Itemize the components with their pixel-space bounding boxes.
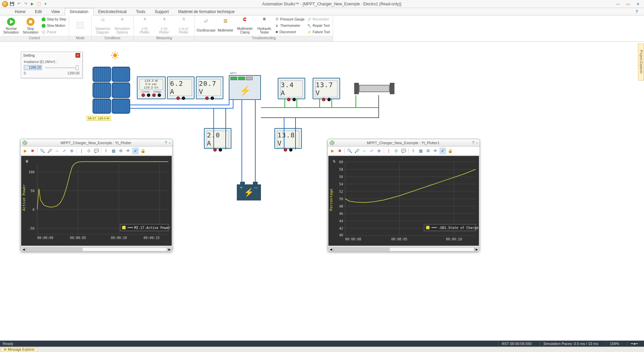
repair-tool-button[interactable]: 🔧Repair Tool — [307, 23, 331, 29]
pressure-gauge-button[interactable]: ⏱Pressure Gauge — [275, 16, 305, 22]
grid-icon[interactable]: ▦ — [417, 148, 424, 154]
voltmeter-2[interactable]: 13.7 V — [313, 78, 340, 99]
multimeter-button[interactable]: 🧮Multimeter — [216, 16, 234, 35]
target-icon[interactable]: ⊕ — [376, 148, 382, 154]
lock-icon[interactable]: 🔒 — [140, 148, 146, 154]
tab-electrotechnical[interactable]: Electrotechnical — [94, 8, 131, 15]
minimize-button[interactable]: — — [613, 1, 623, 7]
yt-plotter-button[interactable]: ⚗y (t) Plotter — [136, 16, 154, 35]
pause-button[interactable]: Pause — [41, 29, 67, 35]
clear-icon[interactable]: ✖ — [29, 148, 36, 154]
reconnect-button[interactable]: 🔗Reconnect — [307, 16, 331, 22]
voltmeter-3[interactable]: 13.8 V — [274, 128, 302, 149]
power-meter[interactable]: 128.3 W 0.0 var 128.3 VA CurrentVoltage — [137, 76, 166, 99]
marker-icon[interactable]: ⊙ — [393, 148, 399, 154]
status-zoom[interactable]: 158% — [606, 342, 623, 346]
help-icon[interactable]: ? — [633, 8, 641, 15]
message-explorer-tab[interactable]: ✉Message Explorer — [1, 347, 38, 352]
tab-tools[interactable]: Tools — [131, 8, 150, 15]
plotter-power-icon[interactable]: ⏻ — [22, 140, 27, 145]
note-icon[interactable]: 💬 — [93, 148, 100, 154]
pan-icon[interactable]: ↔ — [361, 148, 368, 154]
qat-stop-icon[interactable]: ◯ — [36, 1, 42, 7]
qat-save-icon[interactable]: 💾 — [9, 1, 15, 7]
chevron-right-icon[interactable]: › — [169, 140, 170, 145]
normal-simulation-button[interactable]: Normal Simulation — [2, 16, 20, 35]
help-icon[interactable]: ? — [472, 140, 474, 145]
mode-button[interactable] — [71, 16, 89, 35]
check-icon[interactable]: ✔ — [439, 148, 446, 154]
tab-simulation[interactable]: Simulation — [65, 8, 94, 15]
zoom-out-icon[interactable]: 🔎 — [46, 148, 53, 154]
zoom-out-icon[interactable]: 🔎 — [354, 148, 360, 154]
ammeter-1[interactable]: 6.2 A — [167, 76, 195, 99]
failure-tool-button[interactable]: ⚡Failure Tool — [307, 29, 331, 35]
play-icon[interactable]: ▶ — [329, 148, 336, 154]
chevron-right-icon[interactable]: › — [476, 140, 478, 145]
help-icon[interactable]: ? — [165, 140, 167, 145]
yx-plotter-button[interactable]: ⚗y (x) Plotter — [155, 16, 173, 35]
scroll-right-icon[interactable]: ▶ — [167, 247, 172, 251]
load-component[interactable] — [354, 82, 394, 95]
plotter-scrollbar[interactable]: ◀▶ — [328, 246, 480, 252]
export-icon[interactable]: ⇪ — [103, 148, 109, 154]
setting-close-button[interactable]: × — [75, 53, 80, 58]
tab-view[interactable]: View — [47, 8, 65, 15]
qat-redo-icon[interactable]: ↷ — [23, 1, 28, 7]
note-icon[interactable]: 💬 — [400, 148, 407, 154]
multimeter-clamp-button[interactable]: 🧲Multimeter Clamp — [236, 16, 254, 35]
pan-icon[interactable]: ↔ — [54, 148, 60, 154]
plotter-left[interactable]: ⏻ MPPT_Charger_New_Exemple : Yt_Plotter … — [20, 139, 173, 252]
plotter-right[interactable]: ⏻ MPPT_Charger_New_Exemple : Yt_Plotter1… — [327, 139, 480, 252]
tab-support[interactable]: Support — [150, 8, 173, 15]
cursor-icon[interactable]: | — [78, 148, 85, 154]
slow-motion-button[interactable]: Slow Motion — [41, 23, 67, 29]
zoom-in-icon[interactable]: 🔍 — [39, 148, 46, 154]
scroll-right-icon[interactable]: ▶ — [474, 247, 479, 251]
qat-play-icon[interactable]: ▶ — [30, 1, 35, 7]
step-by-step-button[interactable]: Step by Step — [41, 16, 67, 22]
ammeter-2[interactable]: 3.4 A — [278, 78, 305, 99]
marker-icon[interactable]: ⊙ — [86, 148, 92, 154]
thermometer-button[interactable]: 🌡Thermometer — [275, 23, 305, 29]
qat-undo-icon[interactable]: ↶ — [16, 1, 21, 7]
plotter-scrollbar[interactable]: ◀▶ — [20, 246, 172, 252]
clear-icon[interactable]: ✖ — [336, 148, 343, 154]
close-button[interactable]: ✕ — [633, 1, 643, 7]
hydraulic-tester-button[interactable]: 🛠Hydraulic Tester — [255, 16, 273, 35]
voltmeter-1[interactable]: 20.7 V — [196, 76, 223, 99]
diagram-canvas[interactable]: Setting× Irradiance (E) (W/m²) : 01200.0… — [0, 42, 644, 341]
plotter-power-icon[interactable]: ⏻ — [330, 140, 334, 145]
grid-icon[interactable]: ▦ — [110, 148, 117, 154]
eye-icon[interactable]: 👁 — [125, 148, 131, 154]
zxy-plotter-button[interactable]: ⚗z (x,y) Plotter — [174, 16, 193, 35]
oscilloscope-button[interactable]: 📈Oscilloscope — [197, 16, 215, 35]
check-icon[interactable]: ✔ — [132, 148, 139, 154]
cursor-icon[interactable]: | — [385, 148, 392, 154]
target-icon[interactable]: ⊕ — [68, 148, 75, 154]
fit-icon[interactable]: ⤢ — [61, 148, 68, 154]
sequence-diagram-button[interactable]: 📊Sequence Diagram — [94, 16, 112, 35]
tab-training[interactable]: Matériel de formation technique — [173, 8, 239, 15]
irradiance-input[interactable] — [24, 65, 42, 70]
settings-icon[interactable]: ⚙ — [117, 148, 124, 154]
mppt-controller[interactable]: MPPT ⚡ — [229, 75, 261, 100]
tab-home[interactable]: Home — [10, 8, 30, 15]
solar-panel[interactable] — [93, 67, 130, 114]
lock-icon[interactable]: 🔒 — [447, 148, 453, 154]
setting-panel[interactable]: Setting× Irradiance (E) (W/m²) : 01200.0… — [21, 52, 83, 78]
export-icon[interactable]: ⇪ — [410, 148, 417, 154]
maximize-button[interactable]: ▭ — [623, 1, 633, 7]
eye-icon[interactable]: 👁 — [432, 148, 439, 154]
scroll-left-icon[interactable]: ◀ — [328, 247, 333, 251]
zoom-in-icon[interactable]: 🔍 — [346, 148, 353, 154]
scroll-left-icon[interactable]: ◀ — [21, 247, 26, 251]
ammeter-3[interactable]: 2.0 A — [204, 128, 231, 149]
play-icon[interactable]: ▶ — [22, 148, 29, 154]
battery[interactable]: +⚡— — [237, 182, 261, 200]
fit-icon[interactable]: ⤢ — [368, 148, 375, 154]
disconnect-button[interactable]: ✖Disconnect — [275, 29, 305, 35]
stop-simulation-button[interactable]: Stop Simulation — [21, 16, 40, 35]
qat-more-icon[interactable]: ▾ — [43, 1, 48, 7]
irradiance-slider[interactable] — [45, 67, 78, 68]
